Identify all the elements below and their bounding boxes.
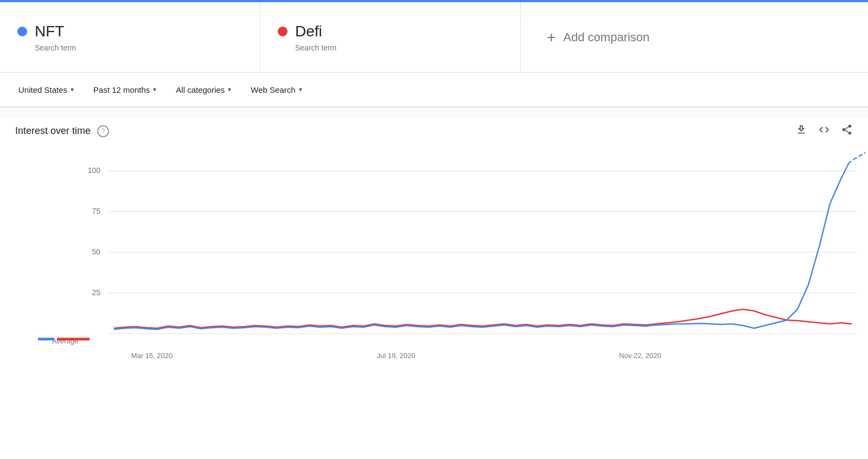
search-type-filter[interactable]: Web Search ▾: [243, 81, 309, 99]
category-label: All categories: [176, 85, 225, 94]
region-label: United States: [18, 85, 67, 94]
chart-header: Interest over time ?: [0, 118, 868, 144]
region-chevron-icon: ▾: [71, 86, 74, 93]
search-term-nft[interactable]: NFT Search term: [0, 2, 260, 72]
add-comparison-button[interactable]: + Add comparison: [521, 2, 868, 72]
chart-actions: [795, 124, 853, 138]
embed-button[interactable]: [818, 124, 830, 138]
info-icon[interactable]: ?: [97, 125, 109, 137]
search-type-chevron-icon: ▾: [299, 86, 302, 93]
search-term-defi-name: Defi: [278, 23, 503, 40]
chart-container: 100 75 50 25 Mar 15, 2020 Jul 19, 2020 N…: [0, 144, 868, 399]
svg-text:Jul 19, 2020: Jul 19, 2020: [377, 352, 416, 360]
search-terms-header: NFT Search term Defi Search term + Add c…: [0, 2, 868, 73]
filters-bar: United States ▾ Past 12 months ▾ All cat…: [0, 73, 868, 107]
chart-section: Interest over time ? 100: [0, 107, 868, 399]
search-term-nft-name: NFT: [17, 23, 242, 40]
category-filter[interactable]: All categories ▾: [168, 81, 239, 99]
nft-dot: [17, 27, 27, 36]
svg-text:Nov 22, 2020: Nov 22, 2020: [619, 352, 661, 360]
svg-text:100: 100: [88, 166, 101, 175]
nft-label: NFT: [35, 23, 64, 40]
category-chevron-icon: ▾: [228, 86, 231, 93]
search-term-defi[interactable]: Defi Search term: [260, 2, 521, 72]
svg-text:Mar 15, 2020: Mar 15, 2020: [131, 352, 173, 360]
time-range-filter[interactable]: Past 12 months ▾: [86, 81, 164, 99]
svg-rect-0: [0, 149, 868, 377]
add-comparison-label: Add comparison: [563, 30, 649, 44]
defi-label: Defi: [295, 23, 322, 40]
trend-chart: 100 75 50 25 Mar 15, 2020 Jul 19, 2020 N…: [0, 149, 868, 377]
svg-text:50: 50: [92, 247, 100, 256]
time-range-label: Past 12 months: [93, 85, 150, 94]
time-range-chevron-icon: ▾: [153, 86, 156, 93]
region-filter[interactable]: United States ▾: [11, 81, 81, 99]
download-button[interactable]: [795, 124, 807, 138]
svg-text:25: 25: [92, 288, 100, 297]
defi-sublabel: Search term: [278, 43, 503, 52]
chart-title: Interest over time: [15, 125, 91, 137]
chart-title-group: Interest over time ?: [15, 125, 109, 137]
plus-icon: +: [547, 29, 556, 46]
nft-sublabel: Search term: [17, 43, 242, 52]
search-type-label: Web Search: [251, 85, 295, 94]
defi-dot: [278, 27, 288, 36]
share-button[interactable]: [841, 124, 853, 138]
svg-text:75: 75: [92, 207, 100, 215]
